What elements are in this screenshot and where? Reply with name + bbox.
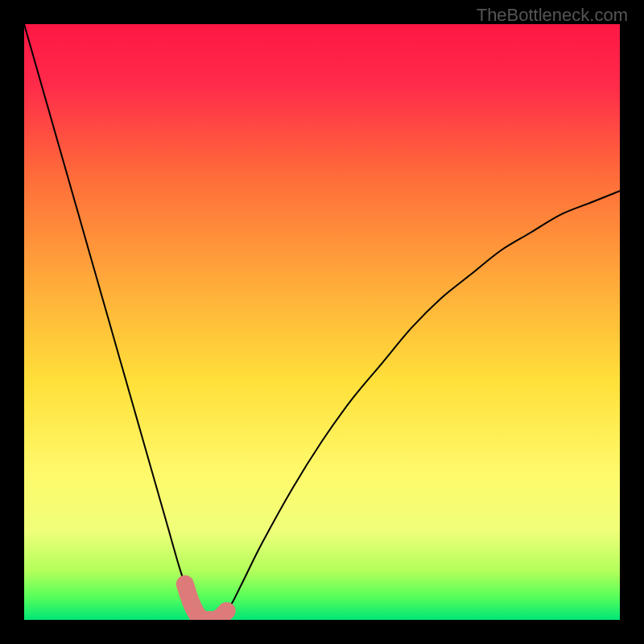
watermark-text: TheBottleneck.com	[477, 5, 628, 26]
chart-container: TheBottleneck.com	[0, 0, 644, 644]
bottleneck-chart	[24, 24, 620, 620]
gradient-background	[24, 24, 620, 620]
